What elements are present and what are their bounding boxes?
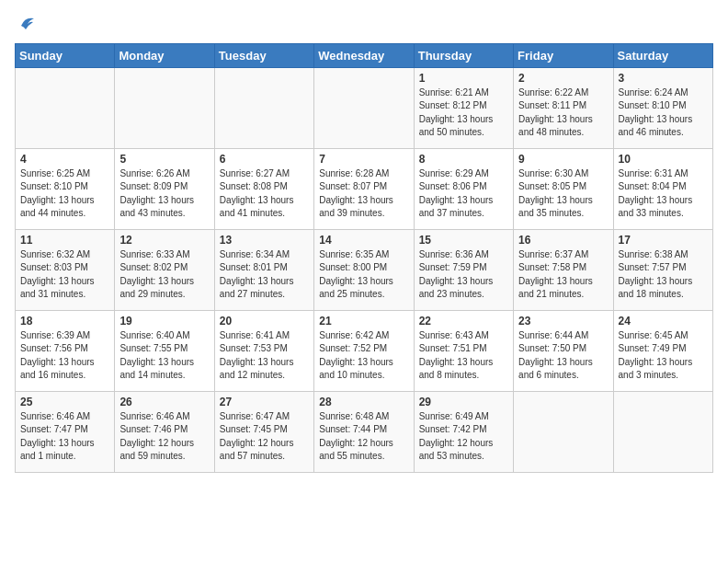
- calendar-cell: 8Sunrise: 6:29 AM Sunset: 8:06 PM Daylig…: [414, 148, 513, 229]
- day-number: 22: [419, 315, 508, 327]
- calendar-cell: 22Sunrise: 6:43 AM Sunset: 7:51 PM Dayli…: [414, 310, 513, 391]
- calendar-cell: 7Sunrise: 6:28 AM Sunset: 8:07 PM Daylig…: [314, 148, 414, 229]
- calendar-cell: 16Sunrise: 6:37 AM Sunset: 7:58 PM Dayli…: [514, 229, 613, 310]
- calendar-cell: 3Sunrise: 6:24 AM Sunset: 8:10 PM Daylig…: [613, 67, 712, 148]
- logo-bird-icon: [16, 13, 36, 33]
- calendar-cell: [613, 391, 712, 472]
- day-info: Sunrise: 6:46 AM Sunset: 7:46 PM Dayligh…: [119, 410, 209, 464]
- day-info: Sunrise: 6:49 AM Sunset: 7:42 PM Dayligh…: [419, 410, 508, 464]
- page-header: [15, 9, 713, 38]
- calendar-cell: 17Sunrise: 6:38 AM Sunset: 7:57 PM Dayli…: [613, 229, 712, 310]
- day-number: 2: [518, 72, 608, 85]
- days-of-week-row: SundayMondayTuesdayWednesdayThursdayFrid…: [16, 43, 713, 67]
- calendar-cell: 18Sunrise: 6:39 AM Sunset: 7:56 PM Dayli…: [16, 310, 115, 391]
- day-number: 23: [518, 315, 608, 327]
- calendar-week-row: 25Sunrise: 6:46 AM Sunset: 7:47 PM Dayli…: [16, 391, 713, 472]
- calendar-week-row: 4Sunrise: 6:25 AM Sunset: 8:10 PM Daylig…: [16, 148, 713, 229]
- calendar-cell: 19Sunrise: 6:40 AM Sunset: 7:55 PM Dayli…: [115, 310, 214, 391]
- day-info: Sunrise: 6:29 AM Sunset: 8:06 PM Dayligh…: [419, 167, 508, 221]
- day-number: 15: [419, 234, 508, 247]
- day-of-week-header: Saturday: [613, 43, 712, 67]
- day-number: 18: [20, 315, 109, 327]
- day-number: 1: [419, 72, 508, 85]
- calendar-cell: 20Sunrise: 6:41 AM Sunset: 7:53 PM Dayli…: [214, 310, 313, 391]
- calendar-cell: 12Sunrise: 6:33 AM Sunset: 8:02 PM Dayli…: [115, 229, 214, 310]
- day-number: 14: [319, 234, 408, 247]
- calendar-cell: 1Sunrise: 6:21 AM Sunset: 8:12 PM Daylig…: [414, 67, 513, 148]
- day-of-week-header: Sunday: [16, 43, 115, 67]
- day-info: Sunrise: 6:28 AM Sunset: 8:07 PM Dayligh…: [319, 167, 408, 221]
- day-of-week-header: Monday: [115, 43, 214, 67]
- day-info: Sunrise: 6:47 AM Sunset: 7:45 PM Dayligh…: [220, 410, 309, 464]
- day-info: Sunrise: 6:44 AM Sunset: 7:50 PM Dayligh…: [518, 329, 608, 383]
- calendar-table: SundayMondayTuesdayWednesdayThursdayFrid…: [15, 43, 713, 473]
- calendar-cell: 9Sunrise: 6:30 AM Sunset: 8:05 PM Daylig…: [514, 148, 613, 229]
- day-of-week-header: Wednesday: [314, 43, 414, 67]
- day-info: Sunrise: 6:22 AM Sunset: 8:11 PM Dayligh…: [518, 86, 608, 140]
- day-number: 13: [220, 234, 309, 247]
- calendar-cell: 11Sunrise: 6:32 AM Sunset: 8:03 PM Dayli…: [16, 229, 115, 310]
- day-number: 29: [419, 396, 508, 408]
- day-info: Sunrise: 6:27 AM Sunset: 8:08 PM Dayligh…: [220, 167, 309, 221]
- calendar-cell: 5Sunrise: 6:26 AM Sunset: 8:09 PM Daylig…: [115, 148, 214, 229]
- day-number: 4: [20, 153, 109, 166]
- calendar-cell: 26Sunrise: 6:46 AM Sunset: 7:46 PM Dayli…: [115, 391, 214, 472]
- calendar-cell: 2Sunrise: 6:22 AM Sunset: 8:11 PM Daylig…: [514, 67, 613, 148]
- day-number: 28: [319, 396, 408, 408]
- day-info: Sunrise: 6:36 AM Sunset: 7:59 PM Dayligh…: [419, 248, 508, 302]
- day-number: 27: [220, 396, 309, 408]
- day-info: Sunrise: 6:30 AM Sunset: 8:05 PM Dayligh…: [518, 167, 608, 221]
- day-number: 25: [20, 396, 109, 408]
- day-info: Sunrise: 6:21 AM Sunset: 8:12 PM Dayligh…: [419, 86, 508, 140]
- calendar-cell: 6Sunrise: 6:27 AM Sunset: 8:08 PM Daylig…: [214, 148, 313, 229]
- day-info: Sunrise: 6:25 AM Sunset: 8:10 PM Dayligh…: [20, 167, 109, 221]
- day-info: Sunrise: 6:40 AM Sunset: 7:55 PM Dayligh…: [119, 329, 209, 383]
- calendar-cell: 15Sunrise: 6:36 AM Sunset: 7:59 PM Dayli…: [414, 229, 513, 310]
- day-info: Sunrise: 6:33 AM Sunset: 8:02 PM Dayligh…: [119, 248, 209, 302]
- day-of-week-header: Tuesday: [214, 43, 313, 67]
- day-info: Sunrise: 6:24 AM Sunset: 8:10 PM Dayligh…: [619, 86, 708, 140]
- calendar-header: SundayMondayTuesdayWednesdayThursdayFrid…: [16, 43, 713, 67]
- calendar-week-row: 11Sunrise: 6:32 AM Sunset: 8:03 PM Dayli…: [16, 229, 713, 310]
- day-info: Sunrise: 6:35 AM Sunset: 8:00 PM Dayligh…: [319, 248, 408, 302]
- day-number: 16: [518, 234, 608, 247]
- calendar-cell: 25Sunrise: 6:46 AM Sunset: 7:47 PM Dayli…: [16, 391, 115, 472]
- calendar-cell: [214, 67, 313, 148]
- calendar-cell: [16, 67, 115, 148]
- day-info: Sunrise: 6:26 AM Sunset: 8:09 PM Dayligh…: [119, 167, 209, 221]
- day-number: 3: [619, 72, 708, 85]
- day-number: 12: [119, 234, 209, 247]
- calendar-week-row: 1Sunrise: 6:21 AM Sunset: 8:12 PM Daylig…: [16, 67, 713, 148]
- day-number: 20: [220, 315, 309, 327]
- calendar-cell: 10Sunrise: 6:31 AM Sunset: 8:04 PM Dayli…: [613, 148, 712, 229]
- day-of-week-header: Thursday: [414, 43, 513, 67]
- day-info: Sunrise: 6:46 AM Sunset: 7:47 PM Dayligh…: [20, 410, 109, 464]
- day-number: 8: [419, 153, 508, 166]
- calendar-cell: 28Sunrise: 6:48 AM Sunset: 7:44 PM Dayli…: [314, 391, 414, 472]
- day-number: 21: [319, 315, 408, 327]
- day-number: 5: [119, 153, 209, 166]
- calendar-week-row: 18Sunrise: 6:39 AM Sunset: 7:56 PM Dayli…: [16, 310, 713, 391]
- day-info: Sunrise: 6:37 AM Sunset: 7:58 PM Dayligh…: [518, 248, 608, 302]
- day-number: 26: [119, 396, 209, 408]
- calendar-cell: [514, 391, 613, 472]
- day-info: Sunrise: 6:32 AM Sunset: 8:03 PM Dayligh…: [20, 248, 109, 302]
- day-info: Sunrise: 6:42 AM Sunset: 7:52 PM Dayligh…: [319, 329, 408, 383]
- calendar-cell: 27Sunrise: 6:47 AM Sunset: 7:45 PM Dayli…: [214, 391, 313, 472]
- logo: [15, 13, 36, 38]
- day-number: 10: [619, 153, 708, 166]
- calendar-cell: 4Sunrise: 6:25 AM Sunset: 8:10 PM Daylig…: [16, 148, 115, 229]
- calendar-body: 1Sunrise: 6:21 AM Sunset: 8:12 PM Daylig…: [16, 67, 713, 472]
- day-number: 17: [619, 234, 708, 247]
- calendar-cell: 29Sunrise: 6:49 AM Sunset: 7:42 PM Dayli…: [414, 391, 513, 472]
- calendar-cell: 23Sunrise: 6:44 AM Sunset: 7:50 PM Dayli…: [514, 310, 613, 391]
- calendar-cell: 21Sunrise: 6:42 AM Sunset: 7:52 PM Dayli…: [314, 310, 414, 391]
- calendar-cell: [115, 67, 214, 148]
- day-info: Sunrise: 6:39 AM Sunset: 7:56 PM Dayligh…: [20, 329, 109, 383]
- day-info: Sunrise: 6:31 AM Sunset: 8:04 PM Dayligh…: [619, 167, 708, 221]
- day-info: Sunrise: 6:45 AM Sunset: 7:49 PM Dayligh…: [619, 329, 708, 383]
- calendar-cell: 24Sunrise: 6:45 AM Sunset: 7:49 PM Dayli…: [613, 310, 712, 391]
- calendar-cell: [314, 67, 414, 148]
- day-of-week-header: Friday: [514, 43, 613, 67]
- calendar-cell: 14Sunrise: 6:35 AM Sunset: 8:00 PM Dayli…: [314, 229, 414, 310]
